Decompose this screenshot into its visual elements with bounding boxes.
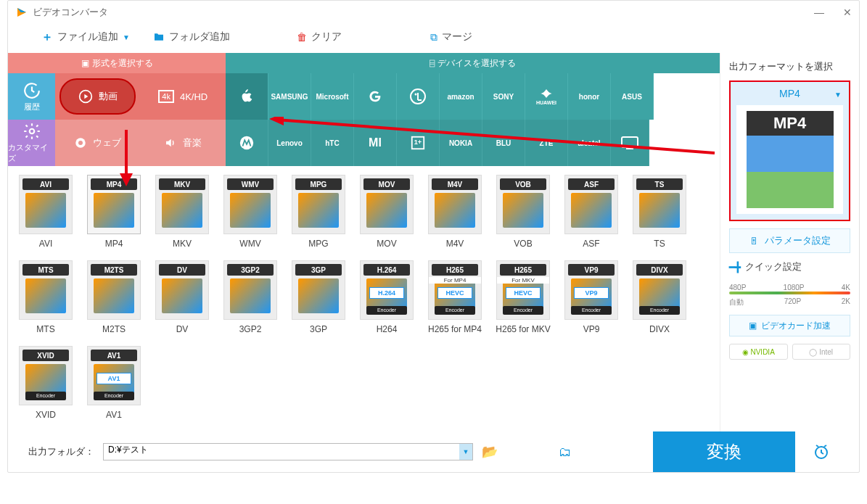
format-thumb: MTS: [19, 260, 73, 320]
param-settings-label: パラメータ設定: [765, 234, 831, 247]
format-m4v[interactable]: M4VM4V: [426, 175, 484, 255]
format-mov[interactable]: MOVMOV: [358, 175, 416, 255]
format-ts[interactable]: TSTS: [630, 175, 689, 255]
intel-label: Intel: [819, 348, 833, 356]
svg-point-3: [78, 141, 83, 145]
brand-mi[interactable]: MI: [354, 120, 397, 166]
format-label: M2TS: [102, 324, 126, 334]
format-dv[interactable]: DVDV: [153, 260, 211, 340]
category-4khd[interactable]: 4k 4K/HD: [141, 73, 226, 120]
category-web[interactable]: ウェブ: [55, 120, 141, 166]
brand-samsung[interactable]: SAMSUNG: [268, 73, 311, 120]
format-h265-for-mp4[interactable]: H265For MP4HEVCEncoderH265 for MP4: [426, 260, 484, 340]
res-mark: 自動: [729, 297, 744, 307]
format-body-icon: [25, 278, 66, 313]
close-button[interactable]: ✕: [843, 7, 852, 18]
lg-icon: [409, 88, 427, 105]
format-3gp2[interactable]: 3GP23GP2: [221, 260, 279, 340]
brand-htc[interactable]: hTC: [311, 120, 354, 166]
format-vob[interactable]: VOBVOB: [494, 175, 552, 255]
resolution-slider[interactable]: 480P1080P4K 自動720P2K: [729, 281, 850, 307]
format-mkv[interactable]: MKVMKV: [153, 175, 211, 255]
output-folder-input[interactable]: D:¥テスト ▼: [103, 443, 473, 460]
svg-point-0: [29, 129, 34, 134]
output-format-preview[interactable]: MP4 ▼ MP4: [729, 80, 850, 221]
format-asf[interactable]: ASFASF: [562, 175, 620, 255]
history-button[interactable]: 履歴: [8, 73, 55, 120]
selector-tabs: ▣ 形式を選択する ⌸ デバイスを選択する: [8, 53, 720, 73]
brand-nokia[interactable]: NOKIA: [440, 120, 482, 166]
add-file-button[interactable]: ＋ ファイル追加 ▼: [37, 27, 141, 48]
brand-amazon[interactable]: amazon: [440, 73, 482, 120]
brand-apple[interactable]: [226, 73, 268, 120]
format-mpg[interactable]: MPGMPG: [289, 175, 348, 255]
brand-microsoft[interactable]: Microsoft: [311, 73, 354, 120]
output-list-button[interactable]: 🗂: [559, 445, 572, 460]
category-video[interactable]: 動画: [59, 78, 136, 115]
nvidia-badge[interactable]: ◉ NVIDIA: [729, 344, 788, 360]
output-folder-dropdown[interactable]: ▼: [459, 444, 472, 460]
category-audio[interactable]: 音楽: [141, 120, 226, 166]
chip-icon: ▣: [749, 321, 757, 331]
format-body-icon: [298, 193, 339, 228]
schedule-button[interactable]: [804, 443, 839, 460]
format-h265-for-mkv[interactable]: H265For MKVHEVCEncoderH265 for MKV: [494, 260, 552, 340]
format-mp4[interactable]: MP4MP4: [85, 175, 143, 255]
format-h264[interactable]: H.264H.264EncoderH264: [358, 260, 416, 340]
format-tab-icon: ▣: [81, 58, 89, 68]
format-body-icon: [25, 193, 66, 228]
format-badge: M4V: [432, 178, 478, 190]
brand-moto[interactable]: [226, 120, 268, 166]
format-badge: AV1: [91, 350, 137, 361]
brand-oneplus[interactable]: 1+: [397, 120, 440, 166]
format-3gp[interactable]: 3GP3GP: [289, 260, 348, 340]
brand-tv[interactable]: [611, 120, 649, 166]
format-thumb: VOB: [496, 175, 550, 234]
format-label: DIVX: [649, 324, 670, 334]
parameter-settings-button[interactable]: 🎚 パラメータ設定: [729, 228, 850, 253]
gpu-accel-button[interactable]: ▣ ビデオカード加速: [729, 315, 850, 336]
app-title: ビデオコンバータ: [33, 6, 108, 19]
tv-icon: [620, 136, 639, 150]
brand-lg[interactable]: [397, 73, 440, 120]
format-xvid[interactable]: XVIDEncoderXVID: [17, 346, 75, 426]
format-label: VP9: [583, 324, 600, 334]
brand-honor[interactable]: honor: [568, 73, 611, 120]
brand-blu[interactable]: BLU: [482, 120, 525, 166]
brand-asus[interactable]: ASUS: [611, 73, 654, 120]
customize-button[interactable]: カスタマイズ: [8, 120, 55, 166]
bottom-bar: 出力フォルダ： D:¥テスト ▼ 📂 🗂 変換: [8, 431, 859, 472]
merge-button[interactable]: ⧉ マージ: [426, 28, 477, 46]
format-encoder: Encoder: [94, 392, 134, 400]
preview-format-dropdown[interactable]: MP4 ▼: [734, 85, 846, 102]
motorola-icon: [239, 135, 255, 151]
format-badge: MPG: [295, 178, 342, 190]
convert-button[interactable]: 変換: [653, 431, 795, 472]
brand-lenovo[interactable]: Lenovo: [268, 120, 311, 166]
format-av1[interactable]: AV1AV1EncoderAV1: [85, 346, 143, 426]
clear-button[interactable]: 🗑 クリア: [292, 28, 346, 46]
category-video-label: 動画: [99, 90, 118, 103]
format-thumb: AV1AV1Encoder: [87, 346, 141, 405]
add-folder-button[interactable]: フォルダ追加: [149, 28, 234, 46]
brand-g[interactable]: [354, 73, 397, 120]
format-mts[interactable]: MTSMTS: [17, 260, 75, 340]
format-divx[interactable]: DIVXEncoderDIVX: [630, 260, 689, 340]
tab-select-device[interactable]: ⌸ デバイスを選択する: [226, 53, 720, 73]
brand-huawei[interactable]: HUAWEI: [525, 73, 568, 120]
intel-badge[interactable]: ◯ Intel: [792, 344, 851, 360]
brand-alcatel[interactable]: alcatel: [568, 120, 611, 166]
brand-zte[interactable]: ZTE: [525, 120, 568, 166]
format-avi[interactable]: AVIAVI: [17, 175, 75, 255]
format-encoder: Encoder: [25, 392, 66, 400]
brand-sony[interactable]: SONY: [482, 73, 525, 120]
brand-grid: SAMSUNGMicrosoftamazonSONYHUAWEIhonorASU…: [226, 73, 720, 166]
format-label: MPG: [308, 239, 328, 249]
open-folder-button[interactable]: 📂: [482, 444, 498, 460]
format-m2ts[interactable]: M2TSM2TS: [85, 260, 143, 340]
tab-select-format[interactable]: ▣ 形式を選択する: [8, 53, 226, 73]
format-vp9[interactable]: VP9VP9EncoderVP9: [562, 260, 620, 340]
format-wmv[interactable]: WMVWMV: [221, 175, 279, 255]
minimize-button[interactable]: —: [814, 7, 824, 18]
format-thumb: MPG: [292, 175, 345, 234]
